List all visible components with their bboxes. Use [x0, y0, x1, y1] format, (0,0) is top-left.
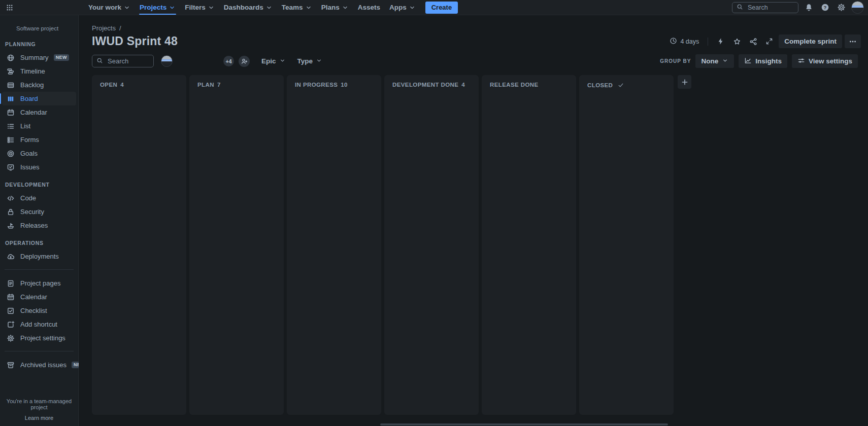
global-search-input[interactable] [747, 4, 794, 12]
sidebar-item-code[interactable]: Code [2, 191, 76, 205]
add-person-icon[interactable] [239, 56, 250, 67]
list-icon [6, 122, 15, 130]
backlog-icon [6, 81, 15, 89]
nav-item-assets[interactable]: Assets [353, 0, 385, 15]
code-icon [7, 194, 15, 202]
star-favorite-icon[interactable] [730, 34, 744, 48]
column-count: 4 [120, 82, 124, 88]
nav-item-plans[interactable]: Plans [317, 0, 353, 15]
sidebar-item-calendar[interactable]: Calendar [2, 105, 76, 119]
sidebar-item-summary[interactable]: SummaryNEW [2, 51, 76, 64]
sidebar-section: Archived issuesNEW [0, 358, 78, 372]
automation-lightning-icon[interactable] [714, 34, 727, 48]
nav-menu: Your workProjectsFiltersDashboardsTeamsP… [84, 0, 420, 15]
archive-icon [6, 361, 15, 369]
chevron-down-icon [279, 57, 286, 64]
sidebar-item-label: Releases [20, 222, 48, 229]
type-filter-label: Type [297, 57, 313, 65]
chevron-down-icon [305, 4, 312, 11]
nav-item-label: Apps [389, 4, 407, 11]
global-search[interactable] [732, 2, 798, 13]
epic-filter-dropdown[interactable]: Epic [261, 57, 286, 65]
search-icon [737, 3, 743, 12]
sprint-days-remaining[interactable]: 4 days [666, 37, 702, 46]
chevron-down-icon [123, 4, 130, 11]
svg-text:?: ? [823, 5, 826, 10]
top-navigation-bar: Your workProjectsFiltersDashboardsTeamsP… [0, 0, 868, 15]
sidebar-item-list[interactable]: List [2, 119, 76, 133]
group-by-dropdown[interactable]: None [695, 54, 734, 68]
column-name: OPEN [100, 82, 117, 88]
board-column-open: OPEN4 [92, 75, 186, 415]
sidebar-item-archived-issues[interactable]: Archived issuesNEW [2, 358, 76, 372]
sidebar-item-forms[interactable]: Forms [2, 133, 76, 147]
epic-filter-label: Epic [261, 57, 276, 65]
check-icon [617, 82, 624, 89]
breadcrumb-projects-link[interactable]: Projects [92, 24, 116, 32]
fullscreen-icon[interactable] [762, 34, 776, 48]
chevron-down-icon [316, 57, 322, 64]
chevron-down-icon [342, 4, 349, 11]
more-actions-button[interactable] [845, 34, 861, 48]
expand-icon [765, 38, 773, 45]
sidebar-item-releases[interactable]: Releases [2, 219, 76, 232]
board-search[interactable] [92, 55, 154, 67]
assignee-overflow-badge[interactable]: +4 [223, 56, 234, 66]
help-icon[interactable]: ? [819, 2, 831, 14]
view-settings-button[interactable]: View settings [792, 54, 858, 68]
column-header: PLAN7 [197, 82, 276, 88]
sidebar-section-title: OPERATIONS [0, 239, 78, 250]
horizontal-scrollbar[interactable] [380, 423, 668, 425]
app-switcher-icon[interactable] [3, 1, 16, 14]
sidebar-item-label: Archived issues [20, 361, 66, 369]
type-filter-dropdown[interactable]: Type [297, 57, 323, 65]
jira-app: Your workProjectsFiltersDashboardsTeamsP… [0, 0, 868, 426]
sidebar-item-project-pages[interactable]: Project pages [2, 276, 76, 290]
complete-sprint-button[interactable]: Complete sprint [779, 34, 842, 48]
sidebar-navigation: PLANNINGSummaryNEWTimelineBacklogBoardCa… [0, 40, 78, 372]
nav-item-apps[interactable]: Apps [385, 0, 420, 15]
assignee-avatar[interactable] [161, 55, 173, 67]
sidebar-section-title: DEVELOPMENT [0, 181, 78, 191]
sidebar-item-project-settings[interactable]: Project settings [2, 331, 76, 345]
sidebar-item-add-shortcut[interactable]: Add shortcut [2, 317, 76, 331]
sidebar-item-goals[interactable]: Goals [2, 147, 76, 160]
add-column-button[interactable] [678, 75, 691, 89]
sidebar-item-issues[interactable]: Issues [2, 160, 76, 174]
sidebar-section-development: DEVELOPMENTCodeSecurityReleases [0, 181, 78, 232]
share-icon[interactable] [746, 34, 760, 48]
chevron-down-icon [208, 4, 215, 11]
sidebar-item-label: Summary [20, 54, 49, 61]
sidebar-item-security[interactable]: Security [2, 205, 76, 219]
timeline-icon [6, 67, 15, 76]
sliders-icon [797, 57, 805, 64]
sidebar-item-deployments[interactable]: Deployments [2, 250, 76, 263]
board-column-in-progress: IN PROGRESS10 [287, 75, 381, 415]
learn-more-link[interactable]: Learn more [25, 415, 53, 421]
sidebar-section-operations: OPERATIONSDeployments [0, 239, 78, 263]
nav-item-filters[interactable]: Filters [180, 0, 219, 15]
sidebar-item-checklist[interactable]: Checklist [2, 304, 76, 317]
user-avatar[interactable] [851, 1, 864, 14]
forms-icon [6, 136, 15, 144]
board-column-development-done: DEVELOPMENT DONE4 [384, 75, 479, 415]
sidebar-banner: You're in a team-managed project Learn m… [0, 398, 78, 421]
sidebar-item-calendar[interactable]: Calendar [2, 290, 76, 304]
sidebar-item-board[interactable]: Board [2, 92, 76, 105]
project-type-label: Software project [0, 25, 78, 33]
sidebar-item-label: Board [20, 95, 38, 102]
insights-button[interactable]: Insights [739, 54, 787, 68]
create-button[interactable]: Create [425, 2, 458, 14]
nav-item-teams[interactable]: Teams [277, 0, 317, 15]
sidebar-item-backlog[interactable]: Backlog [2, 78, 76, 92]
nav-item-your-work[interactable]: Your work [84, 0, 135, 15]
sidebar-section-planning: PLANNINGSummaryNEWTimelineBacklogBoardCa… [0, 40, 78, 174]
nav-item-projects[interactable]: Projects [135, 0, 180, 15]
board-search-input[interactable] [107, 57, 149, 65]
sidebar-item-label: Issues [20, 163, 40, 171]
nav-item-dashboards[interactable]: Dashboards [219, 0, 277, 15]
sidebar-item-timeline[interactable]: Timeline [2, 64, 76, 78]
notifications-icon[interactable] [803, 2, 815, 14]
sidebar-item-label: Timeline [20, 67, 45, 75]
settings-gear-icon[interactable] [835, 2, 847, 14]
